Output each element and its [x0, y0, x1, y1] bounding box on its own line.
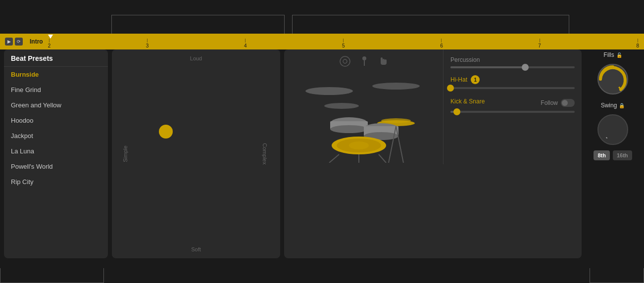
follow-row: Follow [541, 99, 575, 107]
swing-lock-icon: 🔒 [619, 103, 625, 108]
ruler-mark-3: 3 [146, 39, 149, 48]
kick-snare-slider[interactable] [450, 111, 575, 113]
drum-kit-svg-container [299, 64, 428, 165]
kick-snare-row: Kick & Snare Follow [450, 98, 575, 108]
swing-knob-svg [596, 113, 630, 146]
kick-snare-label: Kick & Snare [450, 98, 485, 105]
svg-point-25 [603, 69, 623, 89]
ruler: 2 3 4 5 6 7 8 [48, 34, 639, 49]
toggle-knob [562, 100, 568, 106]
loop-button[interactable]: ⟳ [15, 38, 23, 46]
drum-kit-visual [284, 49, 443, 164]
sidebar-header: Beat Presets [4, 49, 108, 67]
drum-kit-svg [299, 64, 428, 163]
sidebar-item-hoodoo[interactable]: Hoodoo [4, 113, 108, 128]
fills-label-row: Fills 🔓 [603, 51, 622, 58]
right-panel: Fills 🔓 Swing 🔒 [586, 49, 640, 258]
svg-point-7 [381, 118, 411, 123]
fills-knob-svg [596, 62, 630, 96]
cymbal-icon [339, 55, 351, 67]
timeline-ruler[interactable]: ▶ ⟳ Intro 2 3 4 5 6 7 8 [0, 34, 644, 49]
playhead[interactable] [48, 34, 53, 49]
hi-hat-badge: 1 [471, 75, 480, 84]
percussion-label: Percussion [450, 56, 575, 63]
beat-pad-simple-label: Simple [122, 145, 128, 162]
note-buttons: 8th 16th [594, 150, 632, 160]
drum-top: Percussion Hi-Hat 1 Kick & Snare [284, 49, 582, 164]
svg-point-0 [340, 56, 350, 66]
svg-point-17 [349, 142, 369, 149]
hi-hat-label: Hi-Hat 1 [450, 75, 575, 84]
svg-point-2 [362, 56, 366, 60]
svg-point-8 [324, 103, 359, 109]
bracket-bot-left [0, 268, 104, 283]
fills-lock-icon: 🔓 [616, 52, 622, 58]
svg-point-1 [343, 59, 347, 63]
drum-area: Percussion Hi-Hat 1 Kick & Snare [284, 49, 582, 258]
bracket-bot-right [590, 268, 644, 283]
ruler-mark-6: 6 [440, 39, 443, 48]
note-8th-button[interactable]: 8th [594, 150, 610, 160]
swing-label: Swing [601, 102, 617, 109]
follow-toggle[interactable] [561, 99, 575, 107]
beat-pad-loud-label: Loud [190, 55, 202, 61]
fills-knob[interactable] [596, 62, 630, 96]
drum-controls: Percussion Hi-Hat 1 Kick & Snare [443, 49, 582, 164]
beat-pad-complex-label: Complex [261, 143, 267, 164]
sidebar: Beat Presets Burnside Fine Grind Green a… [4, 49, 108, 258]
bracket-top-right [292, 15, 569, 35]
sidebar-item-la-luna[interactable]: La Luna [4, 143, 108, 159]
sidebar-item-green-and-yellow[interactable]: Green and Yellow [4, 97, 108, 113]
sidebar-item-fine-grind[interactable]: Fine Grind [4, 82, 108, 97]
drum-icons-row [339, 55, 389, 67]
svg-point-4 [305, 87, 353, 95]
ruler-mark-8: 8 [636, 39, 639, 48]
sidebar-item-powells-world[interactable]: Powell's World [4, 159, 108, 174]
ruler-mark-7: 7 [538, 39, 541, 48]
svg-point-11 [330, 125, 368, 133]
bracket-top-left [111, 15, 285, 35]
transport-controls: ▶ ⟳ [5, 38, 23, 46]
swing-label-row: Swing 🔒 [601, 102, 625, 109]
play-button[interactable]: ▶ [5, 38, 13, 46]
svg-point-5 [372, 83, 420, 90]
beat-pad-soft-label: Soft [191, 246, 201, 252]
follow-label: Follow [541, 99, 558, 106]
svg-line-21 [396, 126, 403, 163]
percussion-slider[interactable] [450, 66, 575, 68]
sidebar-item-jackpot[interactable]: Jackpot [4, 128, 108, 143]
svg-line-18 [329, 154, 339, 163]
main-content: Beat Presets Burnside Fine Grind Green a… [0, 49, 644, 258]
beat-pad[interactable]: Loud Soft Simple Complex [112, 49, 280, 258]
swing-knob[interactable] [596, 113, 630, 146]
stick-icon [359, 56, 370, 67]
fills-label: Fills [603, 51, 614, 58]
beat-dot[interactable] [159, 125, 173, 139]
svg-point-28 [603, 120, 623, 140]
ruler-marks: 2 3 4 5 6 7 8 [48, 39, 639, 49]
ruler-mark-5: 5 [342, 39, 345, 48]
ruler-mark-4: 4 [244, 39, 247, 48]
hand-icon [378, 56, 389, 67]
note-16th-button[interactable]: 16th [613, 150, 632, 160]
svg-line-19 [379, 154, 386, 163]
hi-hat-slider[interactable] [450, 87, 575, 89]
sidebar-item-burnside[interactable]: Burnside [4, 67, 108, 82]
timeline-label: Intro [30, 38, 43, 45]
sidebar-item-rip-city[interactable]: Rip City [4, 174, 108, 189]
